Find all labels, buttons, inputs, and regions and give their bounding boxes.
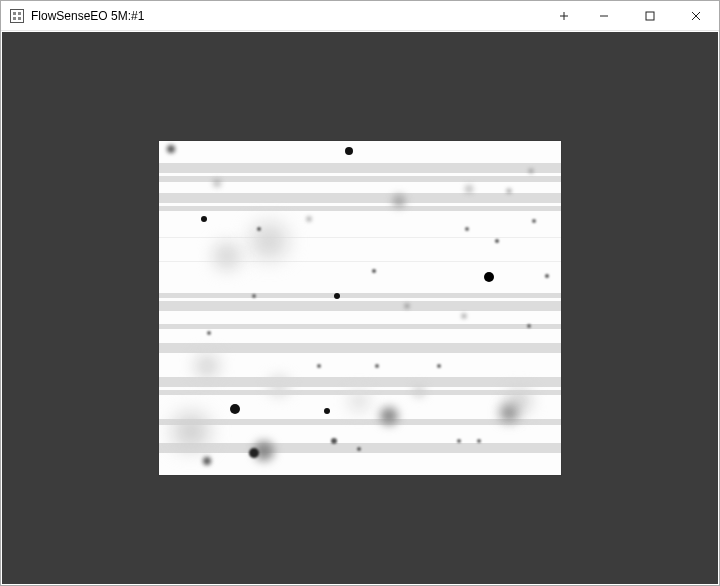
image-spot — [201, 216, 207, 222]
image-spot — [529, 169, 533, 173]
image-spot — [484, 272, 494, 282]
maximize-button[interactable] — [627, 1, 673, 30]
image-spot — [167, 145, 175, 153]
image-spot — [230, 404, 240, 414]
image-band — [159, 343, 561, 353]
svg-rect-4 — [18, 17, 21, 20]
image-spot — [393, 195, 405, 207]
image-spot — [527, 324, 531, 328]
image-spot — [207, 331, 211, 335]
image-band — [159, 206, 561, 211]
app-icon — [9, 8, 25, 24]
image-spot — [477, 439, 481, 443]
image-view[interactable] — [159, 141, 561, 475]
image-band — [159, 377, 561, 387]
image-spot — [413, 385, 425, 397]
image-band — [159, 163, 561, 173]
window-title: FlowSenseEO 5M:#1 — [31, 9, 144, 23]
image-thinband — [159, 237, 561, 238]
image-spot — [462, 314, 466, 318]
image-spot — [466, 186, 472, 192]
image-spot — [375, 364, 379, 368]
image-spot — [507, 189, 511, 193]
svg-rect-2 — [18, 12, 21, 15]
image-spot — [173, 413, 209, 449]
image-band — [159, 301, 561, 311]
image-band — [159, 293, 561, 298]
image-spot — [213, 242, 241, 270]
image-spot — [203, 457, 211, 465]
image-spot — [195, 354, 219, 378]
image-spot — [331, 438, 337, 444]
image-spot — [437, 364, 441, 368]
image-spot — [457, 439, 461, 443]
image-spot — [405, 304, 409, 308]
svg-rect-5 — [646, 12, 654, 20]
image-spot — [345, 147, 353, 155]
image-band — [159, 193, 561, 203]
image-spot — [349, 391, 369, 411]
image-spot — [252, 294, 256, 298]
app-window: FlowSenseEO 5M:#1 — [0, 0, 720, 586]
svg-rect-3 — [13, 17, 16, 20]
client-area — [1, 31, 719, 585]
image-spot — [500, 404, 518, 422]
titlebar-controls — [547, 1, 719, 30]
image-spot — [249, 448, 259, 458]
image-spot — [357, 447, 361, 451]
image-band — [159, 324, 561, 329]
minimize-button[interactable] — [581, 1, 627, 30]
image-spot — [372, 269, 376, 273]
image-spot — [214, 180, 220, 186]
image-spot — [317, 364, 321, 368]
titlebar[interactable]: FlowSenseEO 5M:#1 — [1, 1, 719, 31]
image-spot — [334, 293, 340, 299]
image-spot — [269, 376, 289, 396]
pin-button[interactable] — [547, 1, 581, 30]
image-spot — [324, 408, 330, 414]
image-spot — [545, 274, 549, 278]
svg-rect-1 — [13, 12, 16, 15]
image-spot — [465, 227, 469, 231]
image-spot — [495, 239, 499, 243]
close-button[interactable] — [673, 1, 719, 30]
image-band — [159, 419, 561, 425]
image-spot — [532, 219, 536, 223]
image-spot — [257, 227, 261, 231]
image-spot — [307, 217, 311, 221]
image-spot — [380, 407, 398, 425]
svg-rect-0 — [11, 9, 24, 22]
